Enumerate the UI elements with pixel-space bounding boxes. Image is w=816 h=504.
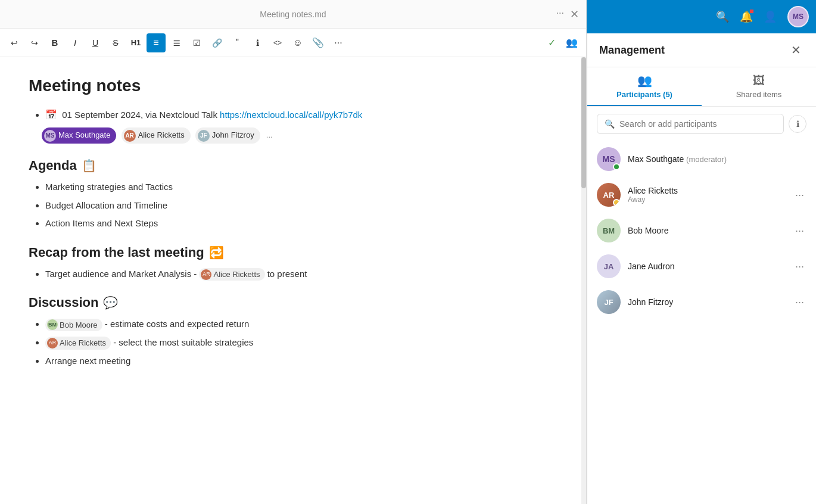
info-button[interactable]: ℹ	[789, 115, 806, 133]
discussion-emoji: 💬	[103, 295, 118, 310]
participant-row[interactable]: JF John Fitzroy ···	[587, 284, 816, 320]
participant-row[interactable]: MS Max Southgate (moderator)	[587, 141, 816, 177]
status-away-dot	[613, 199, 620, 206]
chip-name-ms: Max Southgate	[58, 129, 110, 142]
participant-chip-ar: AR Alice Ricketts	[122, 127, 191, 144]
participant-info: John Fitzroy	[628, 297, 786, 307]
participant-menu-icon[interactable]: ···	[793, 294, 806, 311]
user-avatar[interactable]: MS	[787, 6, 809, 27]
blockquote-button[interactable]: "	[228, 33, 247, 52]
contacts-icon[interactable]: 👤	[764, 10, 777, 23]
participants-tab-icon: 👥	[637, 73, 652, 88]
task-list-button[interactable]: ☑	[187, 33, 206, 52]
participant-info: Jane Audron	[628, 262, 786, 271]
overflow-indicator: ...	[266, 130, 273, 139]
panel-close-button[interactable]: ✕	[787, 42, 804, 58]
title-bar: Meeting notes.md ··· ✕	[0, 0, 586, 29]
participant-menu-icon[interactable]: ···	[793, 258, 806, 275]
chip-name-jf: John Fitzroy	[212, 129, 254, 142]
participant-info: Bob Moore	[628, 226, 786, 235]
participant-row[interactable]: BM Bob Moore ···	[587, 213, 816, 248]
participant-name: John Fitzroy	[628, 297, 786, 307]
h1-button[interactable]: H1	[126, 33, 145, 52]
recap-list: Target audience and Market Analysis - AR…	[29, 267, 553, 281]
bell-icon[interactable]: 🔔	[740, 10, 753, 23]
participant-name: Bob Moore	[628, 226, 786, 235]
participant-menu-icon[interactable]: ···	[793, 186, 806, 204]
undo-button[interactable]: ↩	[5, 33, 24, 52]
file-title: Meeting notes.md	[260, 10, 326, 19]
participant-list: MS Max Southgate (moderator) AR Alice Ri…	[587, 141, 816, 504]
redo-button[interactable]: ↪	[25, 33, 44, 52]
info-text-button[interactable]: ℹ	[248, 33, 267, 52]
list-item: Action Items and Next Steps	[45, 217, 553, 231]
participant-menu-icon[interactable]: ···	[793, 222, 806, 239]
editor-content: Meeting notes 📅 01 September 2024, via N…	[0, 57, 581, 504]
close-editor-icon[interactable]: ✕	[570, 8, 579, 21]
avatar: AR	[597, 183, 621, 207]
participant-name: Alice Ricketts	[628, 186, 786, 195]
scrollbar-track[interactable]	[581, 57, 586, 504]
participant-name: Max Southgate (moderator)	[628, 154, 806, 164]
recap-heading: Recap from the last meeting 🔁	[29, 245, 553, 260]
link-button[interactable]: 🔗	[207, 33, 226, 52]
management-panel: Management ✕ 👥 Participants (5) 🖼 Shared…	[587, 33, 816, 504]
participants-button[interactable]: 👥	[562, 33, 581, 52]
search-input[interactable]	[619, 119, 776, 129]
discussion-list: BM Bob Moore - estimate costs and expect…	[29, 318, 553, 368]
search-container: 🔍 ℹ	[587, 107, 816, 141]
participant-name: Jane Audron	[628, 262, 786, 271]
unordered-list-button[interactable]: ≣	[167, 33, 186, 52]
participant-chip-ms: MS Max Southgate	[42, 127, 116, 144]
recap-text-after: to present	[267, 269, 307, 279]
recap-emoji: 🔁	[209, 245, 224, 260]
list-item: BM Bob Moore - estimate costs and expect…	[45, 318, 553, 331]
toolbar: ↩ ↪ B I U S H1 ≡ ≣ ☑ 🔗 " ℹ <> ☺ 📎 ··· ✓ …	[0, 29, 586, 57]
mention-chip-bm: BM Bob Moore	[45, 319, 102, 332]
underline-button[interactable]: U	[86, 33, 105, 52]
editor-area: Meeting notes.md ··· ✕ ↩ ↪ B I U S H1 ≡ …	[0, 0, 587, 504]
ordered-list-button[interactable]: ≡	[147, 33, 166, 52]
shared-tab-icon: 🖼	[753, 74, 765, 88]
participant-row[interactable]: AR Alice Ricketts Away ···	[587, 177, 816, 213]
avatar: JF	[597, 290, 621, 314]
mention-chip-alice2: AR Alice Ricketts	[45, 337, 111, 350]
list-item: Marketing strategies and Tactics	[45, 181, 553, 194]
participant-info: Max Southgate (moderator)	[628, 154, 806, 164]
search-icon[interactable]: 🔍	[716, 10, 729, 23]
calendar-icon: 📅	[45, 110, 57, 120]
attachment-button[interactable]: 📎	[309, 33, 328, 52]
participant-chip-jf: JF John Fitzroy	[195, 127, 260, 144]
strikethrough-button[interactable]: S	[106, 33, 125, 52]
discussion-heading: Discussion 💬	[29, 295, 553, 310]
meta-date: 01 September 2024, via Nextcloud Talk	[62, 110, 220, 120]
list-item: Arrange next meeting	[45, 354, 553, 368]
participants-tab-label: Participants (5)	[616, 90, 672, 99]
scrollbar-thumb[interactable]	[581, 57, 586, 188]
agenda-list: Marketing strategies and Tactics Budget …	[29, 181, 553, 231]
tab-participants[interactable]: 👥 Participants (5)	[587, 67, 702, 106]
more-options-button[interactable]: ···	[329, 33, 348, 52]
tab-shared-items[interactable]: 🖼 Shared items	[702, 67, 816, 106]
search-box-icon: 🔍	[605, 119, 615, 129]
italic-button[interactable]: I	[66, 33, 85, 52]
panel-header: Management ✕	[587, 33, 816, 67]
chip-name-ar: Alice Ricketts	[138, 129, 185, 142]
done-button[interactable]: ✓	[542, 33, 561, 52]
list-item: Budget Allocation and Timeline	[45, 199, 553, 213]
participant-status: Away	[628, 195, 786, 204]
bold-button[interactable]: B	[45, 33, 64, 52]
code-button[interactable]: <>	[268, 33, 287, 52]
list-item: Target audience and Market Analysis - AR…	[45, 267, 553, 281]
agenda-heading: Agenda 📋	[29, 158, 553, 173]
list-item: AR Alice Ricketts - select the most suit…	[45, 336, 553, 350]
doc-title: Meeting notes	[29, 76, 553, 95]
emoji-button[interactable]: ☺	[288, 33, 307, 52]
participant-row[interactable]: JA Jane Audron ···	[587, 248, 816, 284]
recap-text-before: Target audience and Market Analysis -	[45, 269, 199, 279]
status-online-dot	[613, 163, 620, 170]
talk-link[interactable]: https://nextcloud.local/call/pyk7b7dk	[220, 110, 362, 120]
more-icon[interactable]: ···	[556, 8, 564, 21]
agenda-emoji: 📋	[82, 158, 96, 173]
search-box: 🔍	[597, 114, 784, 134]
